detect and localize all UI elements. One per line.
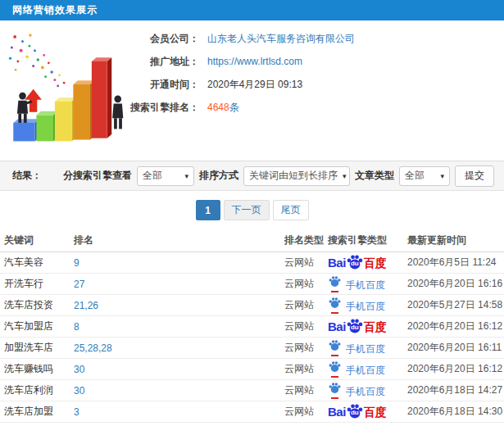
baidu-paw-icon [329, 297, 341, 309]
next-page-button[interactable]: 下一页 [224, 200, 270, 220]
chevron-down-icon: ▾ [440, 172, 444, 180]
keyword-cell: 洗车赚钱吗 [4, 362, 74, 376]
updated-cell: 2020年6月5日 11:24 [407, 256, 504, 270]
engine-cell: Baidu百度 [328, 318, 407, 336]
article-type-select[interactable]: 全部 ▾ [399, 166, 450, 186]
engine-cell: 手机百度 [328, 382, 407, 399]
info-row-open-time: 开通时间： 2020年4月29日 09:13 [121, 73, 355, 96]
baidu-logo: Baidu百度 [328, 403, 387, 421]
rank-type-cell: 云网站 [284, 277, 328, 291]
info-row-url: 推广地址： https://www.lrtlsd.com [121, 50, 355, 73]
results-table: 关键词 排名 排名类型 搜索引擎类型 最新更新时间 汽车美容 9 云网站 Bai… [0, 229, 504, 423]
rank-cell[interactable]: 30 [74, 385, 284, 397]
updated-cell: 2020年6月20日 16:11 [407, 341, 504, 355]
keyword-cell: 洗车店投资 [4, 298, 74, 312]
app-header: 网络营销效果展示 [0, 0, 504, 20]
table-body: 汽车美容 9 云网站 Baidu百度 2020年6月5日 11:24 开洗车行 … [0, 252, 504, 423]
mobile-baidu-logo: 手机百度 [328, 382, 385, 399]
rank-cell[interactable]: 25,28,28 [74, 342, 284, 354]
mobile-baidu-logo: 手机百度 [328, 275, 385, 292]
pagination: 1 下一页 尾页 [0, 191, 504, 229]
baidu-paw-icon [329, 360, 341, 373]
chevron-down-icon: ▾ [343, 172, 347, 180]
baidu-logo: Baidu百度 [328, 318, 387, 336]
info-row-company: 会员公司： 山东老人头汽车服务咨询有限公司 [121, 27, 355, 50]
company-name-link[interactable]: 山东老人头汽车服务咨询有限公司 [207, 32, 355, 46]
updated-cell: 2020年6月18日 14:27 [407, 383, 504, 397]
sort-select[interactable]: 关键词由短到长排序 ▾ [243, 166, 350, 186]
engine-filter-label: 分搜索引擎查看 [63, 169, 132, 183]
page: 网络营销效果展示 [0, 0, 504, 426]
open-time-label: 开通时间： [121, 78, 199, 92]
last-page-button[interactable]: 尾页 [273, 200, 309, 220]
keyword-cell: 加盟洗车店 [4, 341, 74, 355]
table-row: 洗车赚钱吗 30 云网站 手机百度 2020年6月20日 16:12 [0, 359, 504, 380]
submit-button[interactable]: 提交 [455, 165, 494, 187]
company-label: 会员公司： [121, 32, 199, 46]
chevron-down-icon: ▾ [184, 172, 188, 180]
header-keyword: 关键词 [4, 233, 74, 247]
keyword-cell: 汽车加盟店 [4, 320, 74, 333]
header-rank-type: 排名类型 [284, 233, 328, 247]
rank-type-cell: 云网站 [284, 362, 328, 376]
engine-select[interactable]: 全部 ▾ [137, 166, 194, 186]
page-title: 网络营销效果展示 [12, 3, 98, 17]
table-row: 加盟洗车店 25,28,28 云网站 手机百度 2020年6月20日 16:11 [0, 338, 504, 359]
rank-cell[interactable]: 8 [74, 321, 284, 333]
keyword-cell: 开洗车行 [4, 277, 74, 291]
header-engine-type: 搜索引擎类型 [328, 233, 407, 247]
rank-cell[interactable]: 27 [74, 279, 284, 290]
growth-chart-illustration [4, 25, 127, 156]
info-row-ranking: 搜索引擎排名： 4648条 [121, 96, 355, 119]
mobile-baidu-logo: 手机百度 [328, 297, 385, 314]
table-row: 洗车店投资 21,26 云网站 手机百度 2020年5月27日 14:58 [0, 295, 504, 316]
engine-cell: Baidu百度 [328, 254, 407, 272]
engine-select-value: 全部 [143, 169, 162, 183]
updated-cell: 2020年5月27日 14:58 [407, 298, 504, 312]
baidu-paw-icon [329, 275, 341, 288]
filter-bar: 结果： 分搜索引擎查看 全部 ▾ 排序方式 关键词由短到长排序 ▾ 文章类型 全… [0, 161, 504, 191]
table-row: 汽车加盟店 8 云网站 Baidu百度 2020年6月20日 16:12 [0, 316, 504, 338]
ranking-unit: 条 [229, 102, 239, 113]
rank-type-cell: 云网站 [284, 298, 328, 312]
table-row: 洗车店利润 30 云网站 手机百度 2020年6月18日 14:27 [0, 380, 504, 401]
confetti-dots [9, 34, 66, 87]
engine-cell: 手机百度 [328, 275, 407, 292]
updated-cell: 2020年6月18日 14:30 [407, 405, 504, 419]
updated-cell: 2020年6月20日 16:12 [407, 320, 504, 333]
updated-cell: 2020年6月20日 16:16 [407, 277, 504, 291]
keyword-cell: 洗车店加盟 [4, 405, 74, 419]
rank-type-cell: 云网站 [284, 383, 328, 397]
rank-type-cell: 云网站 [284, 320, 328, 333]
rank-cell[interactable]: 21,26 [74, 300, 284, 311]
engine-cell: Baidu百度 [328, 403, 407, 421]
rank-type-cell: 云网站 [284, 341, 328, 355]
promo-url-link[interactable]: https://www.lrtlsd.com [207, 56, 302, 67]
header-rank: 排名 [74, 233, 284, 247]
mobile-baidu-logo: 手机百度 [328, 360, 385, 378]
result-label: 结果： [12, 169, 42, 183]
company-info: 会员公司： 山东老人头汽车服务咨询有限公司 推广地址： https://www.… [121, 27, 355, 119]
table-row: 洗车店加盟 3 云网站 Baidu百度 2020年6月18日 14:30 [0, 401, 504, 423]
ranking-value[interactable]: 4648条 [207, 101, 239, 115]
header-updated: 最新更新时间 [407, 233, 504, 247]
engine-cell: 手机百度 [328, 360, 407, 378]
keyword-cell: 洗车店利润 [4, 383, 74, 397]
bar-yellow [55, 97, 76, 141]
rank-cell[interactable]: 3 [74, 406, 284, 418]
page-button-1[interactable]: 1 [196, 200, 220, 220]
article-select-value: 全部 [405, 169, 425, 183]
rank-cell[interactable]: 30 [74, 364, 284, 375]
table-row: 汽车美容 9 云网站 Baidu百度 2020年6月5日 11:24 [0, 252, 504, 274]
table-row: 开洗车行 27 云网站 手机百度 2020年6月20日 16:16 [0, 274, 504, 295]
keyword-cell: 汽车美容 [4, 256, 74, 270]
updated-cell: 2020年6月20日 16:12 [407, 362, 504, 376]
promo-url-label: 推广地址： [121, 55, 199, 69]
rank-cell[interactable]: 9 [74, 257, 284, 269]
sort-select-value: 关键词由短到长排序 [249, 169, 338, 183]
ranking-label: 搜索引擎排名： [121, 101, 199, 115]
sort-filter-label: 排序方式 [199, 169, 238, 183]
baidu-logo: Baidu百度 [328, 254, 387, 272]
info-section: 会员公司： 山东老人头汽车服务咨询有限公司 推广地址： https://www.… [0, 20, 504, 161]
bar-red [92, 57, 111, 138]
